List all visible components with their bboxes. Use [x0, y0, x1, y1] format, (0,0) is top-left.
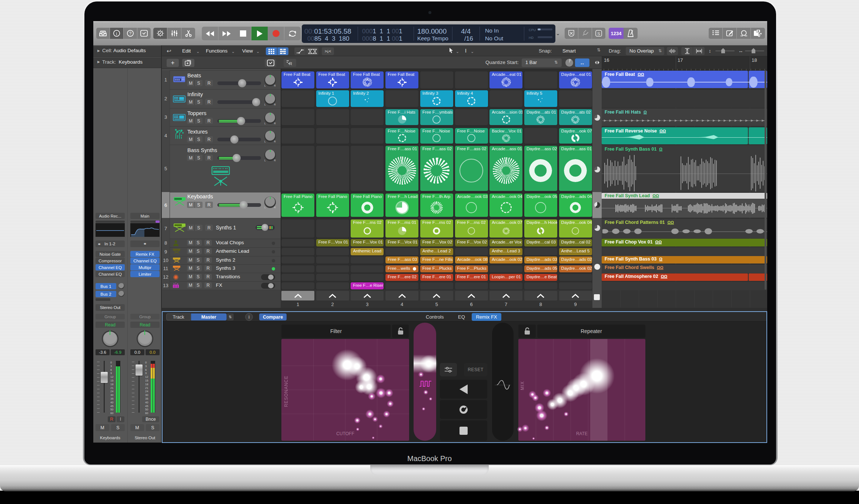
- svg-text:?: ?: [129, 31, 131, 36]
- svg-text:R: R: [289, 61, 292, 66]
- svg-text:i: i: [116, 31, 117, 36]
- svg-text:S: S: [597, 31, 600, 36]
